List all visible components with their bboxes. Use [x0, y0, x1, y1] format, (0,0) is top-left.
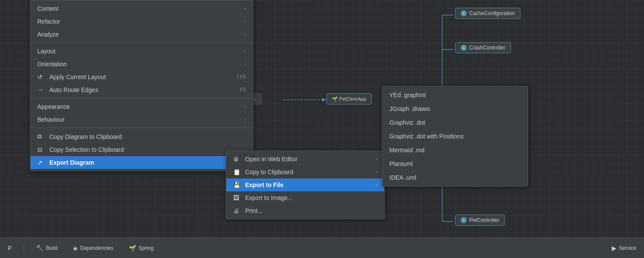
copy-clipboard-icon: 📋: [233, 169, 242, 175]
build-icon: 🔨: [36, 245, 43, 252]
menu-item-behaviour[interactable]: Behaviour ›: [30, 113, 253, 126]
node-icon-3: C: [461, 217, 467, 223]
crash-controller-node: C CrashController: [455, 42, 511, 53]
bottom-bar-service[interactable]: ▶ Service: [608, 243, 640, 253]
menu-divider-2: [30, 98, 253, 98]
menu-item-copy-selection[interactable]: ⊟ Copy Selection to Clipboard: [30, 143, 253, 156]
spring-icon: 🌱: [129, 245, 136, 252]
dependencies-icon: ◈: [73, 245, 78, 252]
context-menu-export: 🖥 Open in Web Editor › 📋 Copy to Clipboa…: [226, 150, 385, 219]
menu-item-export-image[interactable]: 🖼 Export to Image...: [226, 191, 384, 204]
menu-item-yed[interactable]: YEd .graphml: [383, 88, 528, 102]
context-menu-primary: Content › Refactor › Analyze › Layout › …: [30, 0, 253, 171]
menu-item-orientation[interactable]: Orientation ›: [30, 58, 253, 71]
copy-diagram-icon: ⧉: [37, 133, 46, 140]
node-icon-2: C: [461, 45, 467, 51]
menu-item-export-file[interactable]: 💾 Export to File ›: [226, 178, 384, 191]
bottom-bar-dependencies[interactable]: ◈ Dependencies: [70, 243, 117, 253]
export-diagram-icon: ↗: [37, 159, 46, 166]
context-menu-file-format: YEd .graphml JGraph .drawio Graphviz .do…: [382, 86, 528, 187]
bottom-bar-build[interactable]: 🔨 Build: [33, 243, 61, 253]
copy-selection-icon: ⊟: [37, 146, 46, 153]
menu-item-appearance[interactable]: Appearance ›: [30, 100, 253, 113]
pet-controller-node: C PetController: [455, 215, 505, 226]
bar-divider: [24, 243, 24, 253]
menu-divider-3: [30, 128, 253, 128]
menu-item-mermaid[interactable]: Mermaid .md: [383, 143, 528, 157]
menu-item-copy-clipboard[interactable]: 📋 Copy to Clipboard ›: [226, 166, 384, 178]
menu-item-graphviz-pos[interactable]: Graphviz .dot with Positions: [383, 129, 528, 143]
menu-item-graphviz[interactable]: Graphviz .dot: [383, 116, 528, 129]
menu-item-layout[interactable]: Layout ›: [30, 45, 253, 58]
menu-item-jgraph[interactable]: JGraph .drawio: [383, 102, 528, 116]
bottom-bar-spring[interactable]: 🌱 Spring: [125, 243, 157, 253]
menu-item-print[interactable]: 🖨 Print...: [226, 204, 384, 217]
print-icon: 🖨: [233, 207, 242, 214]
menu-item-copy-diagram[interactable]: ⧉ Copy Diagram to Clipboard: [30, 130, 253, 143]
menu-item-plantuml[interactable]: Plantuml: [383, 157, 528, 171]
apply-layout-icon: ↺: [37, 74, 46, 80]
pow-icon: P: [8, 245, 12, 252]
menu-item-refactor[interactable]: Refactor ›: [30, 15, 253, 28]
menu-item-content[interactable]: Content ›: [30, 2, 253, 15]
export-file-icon: 💾: [233, 181, 242, 188]
menu-item-idea-uml[interactable]: IDEA .uml: [383, 171, 528, 184]
menu-item-auto-route[interactable]: → Auto Route Edges F5: [30, 83, 253, 96]
auto-route-icon: →: [37, 86, 46, 93]
bottom-toolbar: P 🔨 Build ◈ Dependencies 🌱 Spring ▶ Serv…: [0, 237, 644, 258]
menu-divider-1: [30, 43, 253, 43]
node-icon: C: [461, 10, 467, 16]
menu-item-analyze[interactable]: Analyze ›: [30, 28, 253, 41]
cache-config-node: C CacheConfiguration: [455, 8, 520, 19]
export-image-icon: 🖼: [233, 194, 242, 201]
bottom-bar-pow[interactable]: P: [4, 243, 15, 253]
menu-item-export-diagram[interactable]: ↗ Export Diagram ›: [30, 156, 253, 169]
open-web-icon: 🖥: [233, 156, 242, 163]
petclinic-app-node1: 🌱 PetClinicApp: [326, 93, 372, 104]
menu-item-open-web[interactable]: 🖥 Open in Web Editor ›: [226, 153, 384, 166]
service-icon: ▶: [612, 245, 617, 252]
menu-item-apply-layout[interactable]: ↺ Apply Current Layout ⇧F5: [30, 71, 253, 83]
